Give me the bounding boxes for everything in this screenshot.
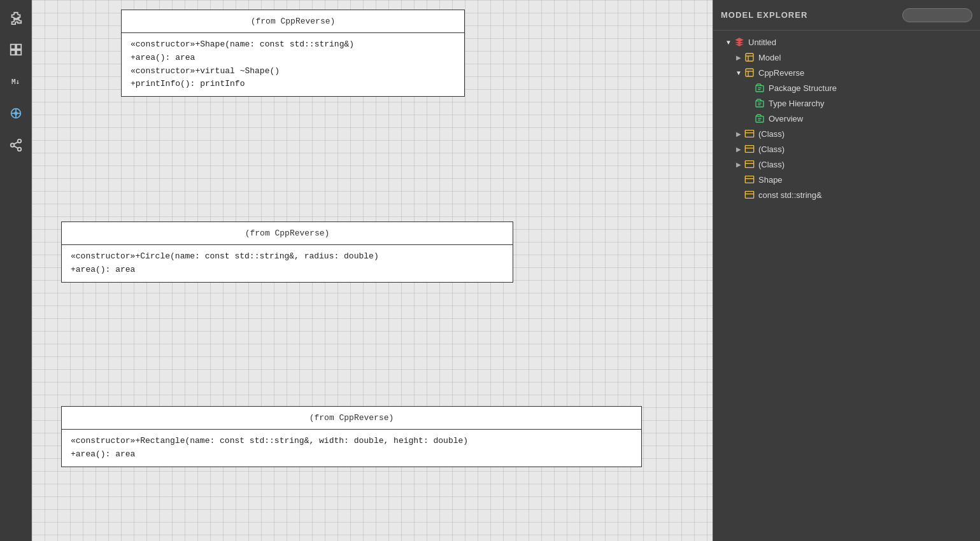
svg-rect-36: [745, 192, 753, 199]
rectangle-body: «constructor»+Rectangle(name: const std:…: [62, 430, 641, 467]
tree-item-typeHierarchy[interactable]: Type Hierarchy: [713, 95, 980, 111]
rectangle-class-box[interactable]: (from CppReverse) «constructor»+Rectangl…: [61, 406, 642, 467]
tree-item-packageStructure[interactable]: Package Structure: [713, 80, 980, 95]
search-input[interactable]: [902, 8, 972, 22]
shape-class-box[interactable]: (from CppReverse) «constructor»+Shape(na…: [121, 10, 465, 97]
tree-item-class1[interactable]: ▶ (Class): [713, 126, 980, 141]
tree-item-constString[interactable]: const std::string&: [713, 187, 980, 202]
model-explorer-panel: MODEL EXPLORER 🔍 ▼ Untitled ▶: [713, 0, 980, 541]
constString-label: const std::string&: [758, 190, 822, 200]
svg-rect-34: [745, 176, 753, 183]
tree-item-class3[interactable]: ▶ (Class): [713, 157, 980, 172]
explorer-header: MODEL EXPLORER 🔍: [713, 0, 980, 31]
svg-rect-2: [10, 50, 15, 55]
svg-rect-1: [16, 45, 20, 49]
svg-rect-19: [756, 86, 763, 92]
svg-point-8: [17, 139, 21, 143]
tree-item-shape[interactable]: Shape: [713, 172, 980, 187]
rectangle-header: (from CppReverse): [62, 407, 641, 430]
untitled-icon: [734, 36, 745, 48]
class2-label: (Class): [758, 144, 785, 154]
svg-rect-25: [756, 116, 763, 122]
svg-point-9: [10, 143, 14, 147]
model-icon: [744, 52, 755, 63]
tree-item-overview[interactable]: Overview: [713, 111, 980, 126]
share-icon[interactable]: [6, 135, 26, 155]
shape-body: «constructor»+Shape(name: const std::str…: [122, 33, 464, 96]
class2-arrow: ▶: [734, 144, 744, 154]
cppReverse-label: CppReverse: [758, 68, 804, 78]
class3-arrow: ▶: [734, 159, 744, 169]
shape-icon: [744, 174, 755, 185]
class1-arrow: ▶: [734, 129, 744, 139]
packageStructure-label: Package Structure: [769, 83, 837, 93]
svg-rect-28: [745, 130, 753, 137]
explorer-title: MODEL EXPLORER: [721, 10, 896, 20]
tree-item-untitled[interactable]: ▼ Untitled: [713, 34, 980, 50]
overview-label: Overview: [769, 114, 803, 123]
model-arrow: ▶: [734, 52, 744, 62]
typeHierarchy-icon: [754, 97, 765, 109]
svg-rect-0: [10, 45, 15, 49]
crosshair-icon[interactable]: [6, 103, 26, 123]
class3-label: (Class): [758, 160, 785, 169]
shape-header: (from CppReverse): [122, 10, 464, 33]
class3-icon: [744, 158, 755, 170]
typeHierarchy-label: Type Hierarchy: [769, 99, 824, 108]
canvas-area[interactable]: (from CppReverse) «constructor»+Shape(na…: [32, 0, 713, 541]
packageStructure-icon: [754, 82, 765, 94]
overview-icon: [754, 113, 765, 124]
markdown-icon[interactable]: M↓: [6, 71, 26, 92]
svg-rect-3: [16, 50, 20, 55]
constString-icon: [744, 189, 755, 200]
shape-label: Shape: [758, 175, 783, 185]
circle-header: (from CppReverse): [62, 222, 513, 245]
svg-rect-22: [756, 101, 763, 107]
class2-icon: [744, 143, 755, 155]
svg-line-11: [13, 146, 17, 148]
sidebar: M↓: [0, 0, 32, 541]
tree-area: ▼ Untitled ▶ Model ▼: [713, 31, 980, 541]
puzzle-icon[interactable]: [6, 8, 26, 28]
cppReverse-arrow: ▼: [734, 67, 744, 78]
class1-icon: [744, 128, 755, 139]
svg-rect-13: [746, 53, 753, 61]
svg-point-10: [17, 148, 21, 151]
svg-point-7: [15, 112, 17, 115]
circle-class-box[interactable]: (from CppReverse) «constructor»+Circle(n…: [61, 221, 513, 283]
svg-rect-16: [746, 69, 753, 76]
model-label: Model: [758, 53, 781, 62]
tree-item-model[interactable]: ▶ Model: [713, 50, 980, 65]
class1-label: (Class): [758, 129, 785, 139]
cppReverse-icon: [744, 67, 755, 78]
svg-line-12: [13, 142, 17, 144]
untitled-arrow: ▼: [723, 37, 734, 47]
untitled-label: Untitled: [748, 38, 776, 47]
search-wrapper: 🔍: [902, 8, 972, 22]
circle-body: «constructor»+Circle(name: const std::st…: [62, 245, 513, 282]
grid-icon[interactable]: [6, 39, 26, 60]
svg-rect-32: [745, 161, 753, 168]
tree-item-cppReverse[interactable]: ▼ CppReverse: [713, 65, 980, 80]
tree-item-class2[interactable]: ▶ (Class): [713, 141, 980, 157]
svg-rect-30: [745, 146, 753, 153]
